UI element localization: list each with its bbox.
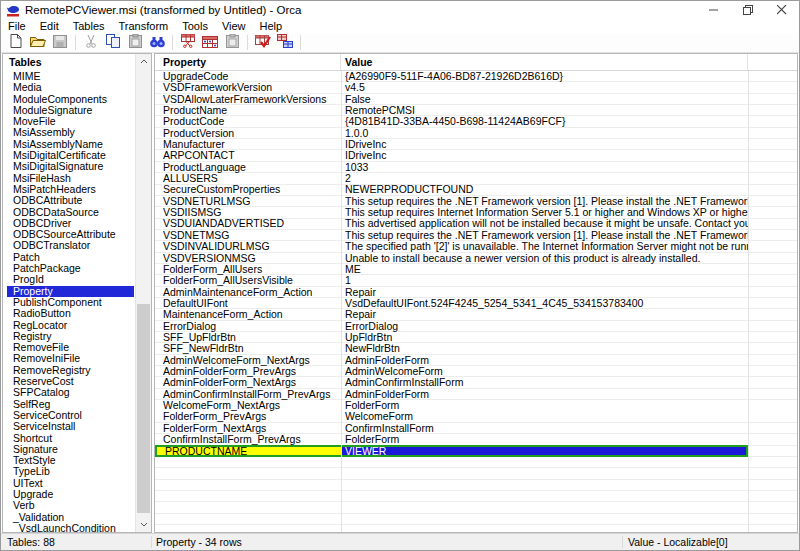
open-file-button[interactable]	[27, 34, 49, 52]
table-row[interactable]: ARPCONTACT IDriveInc	[155, 150, 797, 161]
property-cell[interactable]: SFF_UpFldrBtn	[155, 332, 341, 343]
property-cell[interactable]: VSDFrameworkVersion	[155, 82, 341, 93]
value-cell[interactable]: WelcomeForm	[341, 411, 748, 422]
value-cell[interactable]: The specified path '[2]' is unavailable.…	[341, 241, 748, 252]
scrollbar-thumb[interactable]	[137, 304, 150, 513]
property-cell[interactable]: AdminMaintenanceForm_Action	[155, 287, 341, 298]
copy-button[interactable]	[102, 34, 124, 52]
table-row[interactable]: AdminConfirmInstallForm_PrevArgs AdminFo…	[155, 389, 797, 400]
menu-item[interactable]: File	[1, 19, 33, 33]
table-list-item[interactable]: RemoveRegistry	[7, 365, 134, 376]
table-list-item[interactable]: UIText	[7, 478, 134, 489]
table-row[interactable]: AdminFolderForm_PrevArgs AdminWelcomeFor…	[155, 366, 797, 377]
value-cell[interactable]: Unable to install because a newer versio…	[341, 253, 748, 264]
minimize-button[interactable]	[697, 1, 731, 19]
property-cell[interactable]: PRODUCTNAME	[155, 445, 341, 456]
value-cell[interactable]: UpFldrBtn	[341, 332, 748, 343]
table-row[interactable]: FolderForm_AllUsers ME	[155, 264, 797, 275]
table-list-item[interactable]: Verb	[7, 500, 134, 511]
table-cut-button[interactable]	[177, 34, 199, 52]
property-cell[interactable]: FolderForm_AllUsers	[155, 264, 341, 275]
property-cell[interactable]: ProductLanguage	[155, 162, 341, 173]
property-cell[interactable]: SecureCustomProperties	[155, 184, 341, 195]
table-paste-button[interactable]	[221, 34, 243, 52]
table-list-item[interactable]: ServiceControl	[7, 410, 134, 421]
restore-button[interactable]	[731, 1, 765, 19]
table-row[interactable]: SFF_UpFldrBtn UpFldrBtn	[155, 332, 797, 343]
new-file-button[interactable]	[5, 34, 27, 52]
table-list-item[interactable]: SFPCatalog	[7, 387, 134, 398]
validate-button[interactable]	[252, 34, 274, 52]
table-list-item[interactable]: Media	[7, 82, 134, 93]
table-list-item[interactable]: ServiceInstall	[7, 421, 134, 432]
value-cell[interactable]: ErrorDialog	[341, 321, 748, 332]
table-list-item[interactable]: PatchPackage	[7, 263, 134, 274]
table-row[interactable]: ProductName RemotePCMSI	[155, 105, 797, 116]
table-list-item[interactable]: _VsdLaunchCondition	[7, 523, 134, 533]
property-cell[interactable]: FolderForm_PrevArgs	[155, 411, 341, 422]
table-row[interactable]: FolderForm_PrevArgs WelcomeForm	[155, 411, 797, 422]
menu-item[interactable]: Tools	[175, 19, 215, 33]
value-cell[interactable]: AdminFolderForm	[341, 355, 748, 366]
table-list-item[interactable]: Upgrade	[7, 489, 134, 500]
menu-item[interactable]: Transform	[112, 19, 176, 33]
table-row[interactable]: Manufacturer IDriveInc	[155, 139, 797, 150]
table-row[interactable]: PRODUCTNAME VIEWER	[155, 445, 797, 456]
property-cell[interactable]: AdminWelcomeForm_NextArgs	[155, 355, 341, 366]
table-row[interactable]: FolderForm_AllUsersVisible 1	[155, 275, 797, 286]
value-cell[interactable]: 2	[341, 173, 748, 184]
value-cell[interactable]: ConfirmInstallForm	[341, 423, 748, 434]
table-row[interactable]: ProductCode {4D81B41D-33BA-4450-B698-114…	[155, 116, 797, 127]
value-cell[interactable]: Repair	[341, 309, 748, 320]
table-row[interactable]: ALLUSERS 2	[155, 173, 797, 184]
property-cell[interactable]: ARPCONTACT	[155, 150, 341, 161]
property-cell[interactable]: SFF_NewFldrBtn	[155, 343, 341, 354]
scroll-up-arrow-icon[interactable]	[136, 54, 152, 69]
property-cell[interactable]: VSDNETURLMSG	[155, 196, 341, 207]
table-row[interactable]: AdminMaintenanceForm_Action Repair	[155, 287, 797, 298]
scroll-down-arrow-icon[interactable]	[136, 517, 152, 532]
property-cell[interactable]: ConfirmInstallForm_PrevArgs	[155, 434, 341, 445]
value-cell[interactable]: {4D81B41D-33BA-4450-B698-11424AB69FCF}	[341, 116, 748, 127]
table-list-item[interactable]: Registry	[7, 331, 134, 342]
value-cell[interactable]: FolderForm	[341, 400, 748, 411]
table-add-row-button[interactable]	[199, 34, 221, 52]
close-button[interactable]	[765, 1, 799, 19]
value-cell[interactable]: v4.5	[341, 82, 748, 93]
table-row[interactable]: UpgradeCode {A26990F9-511F-4A06-BD87-219…	[155, 71, 797, 82]
table-row[interactable]: DefaultUIFont VsdDefaultUIFont.524F4245_…	[155, 298, 797, 309]
save-button[interactable]	[49, 34, 71, 52]
value-cell[interactable]: {A26990F9-511F-4A06-BD87-21926D2B616D}	[341, 71, 748, 82]
value-cell[interactable]: This advertised application will not be …	[341, 218, 748, 229]
property-cell[interactable]: AdminFolderForm_PrevArgs	[155, 366, 341, 377]
paste-button[interactable]	[124, 34, 146, 52]
table-list-item[interactable]: ODBCDriver	[7, 218, 134, 229]
table-list-item[interactable]: Shortcut	[7, 433, 134, 444]
value-cell[interactable]: AdminWelcomeForm	[341, 366, 748, 377]
table-list-item[interactable]: MsiDigitalSignature	[7, 161, 134, 172]
table-row[interactable]: VSDIISMSG This setup requires Internet I…	[155, 207, 797, 218]
table-list-item[interactable]: MIME	[7, 71, 134, 82]
value-cell[interactable]: 1	[341, 275, 748, 286]
table-row[interactable]: MaintenanceForm_Action Repair	[155, 309, 797, 320]
property-cell[interactable]: ProductVersion	[155, 128, 341, 139]
property-cell[interactable]: WelcomeForm_NextArgs	[155, 400, 341, 411]
table-row[interactable]: VSDVERSIONMSG Unable to install because …	[155, 253, 797, 264]
table-row[interactable]: WelcomeForm_NextArgs FolderForm	[155, 400, 797, 411]
table-list-item[interactable]: ReserveCost	[7, 376, 134, 387]
table-row[interactable]: SFF_NewFldrBtn NewFldrBtn	[155, 343, 797, 354]
table-list-item[interactable]: RemoveIniFile	[7, 353, 134, 364]
table-list-item[interactable]: ODBCSourceAttribute	[7, 229, 134, 240]
table-list-item[interactable]: PublishComponent	[7, 297, 134, 308]
menu-item[interactable]: View	[215, 19, 253, 33]
table-row[interactable]: FolderForm_NextArgs ConfirmInstallForm	[155, 423, 797, 434]
table-row[interactable]: ErrorDialog ErrorDialog	[155, 321, 797, 332]
table-list-item[interactable]: MsiDigitalCertificate	[7, 150, 134, 161]
property-cell[interactable]: ProductCode	[155, 116, 341, 127]
property-cell[interactable]: ALLUSERS	[155, 173, 341, 184]
value-cell[interactable]: IDriveInc	[341, 150, 748, 161]
table-list-item[interactable]: Patch	[7, 252, 134, 263]
value-cell[interactable]: AdminFolderForm	[341, 389, 748, 400]
property-cell[interactable]: AdminFolderForm_NextArgs	[155, 377, 341, 388]
table-list-item[interactable]: Signature	[7, 444, 134, 455]
